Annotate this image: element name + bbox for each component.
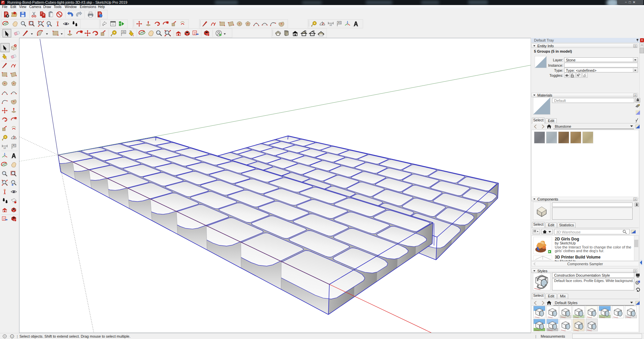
svg-text:A1: A1 <box>13 144 16 147</box>
svg-text:i: i <box>12 335 12 338</box>
svg-text:?: ? <box>4 335 6 338</box>
svg-text:A1: A1 <box>338 21 341 24</box>
svg-text:12: 12 <box>3 147 6 149</box>
svg-text:12: 12 <box>329 24 332 26</box>
svg-text:i: i <box>101 14 101 17</box>
svg-text:A1: A1 <box>122 31 125 34</box>
